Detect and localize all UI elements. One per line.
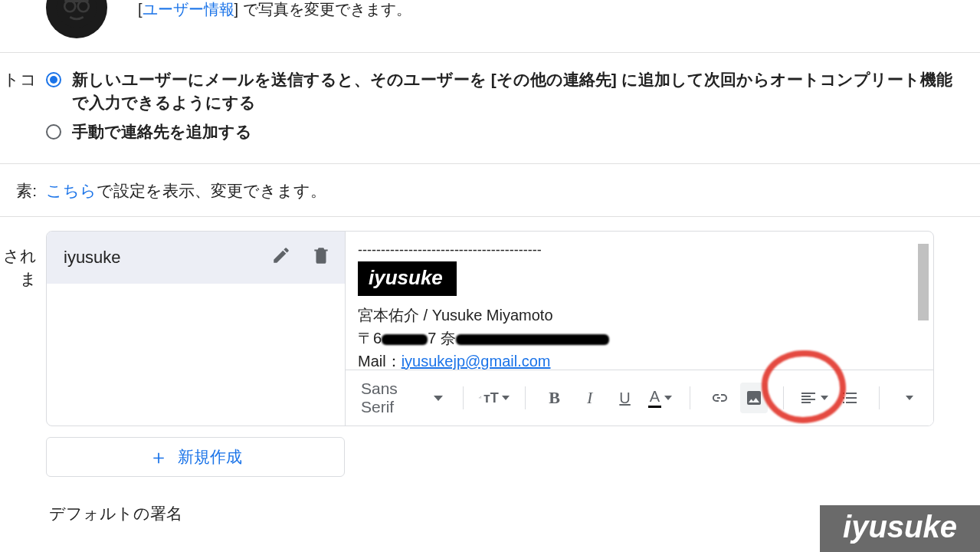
font-family-dropdown[interactable]: Sans Serif <box>356 380 447 416</box>
signature-mail-line: Mail：iyusukejp@gmail.com <box>358 350 921 370</box>
chevron-down-icon <box>906 396 913 400</box>
chevron-down-icon <box>664 396 672 400</box>
chevron-down-icon <box>821 396 828 400</box>
font-size-button[interactable]: тT тT <box>479 383 510 413</box>
more-formatting-button[interactable] <box>895 383 923 413</box>
avatar <box>46 0 107 38</box>
edit-icon[interactable] <box>271 245 291 270</box>
signature-address: 〒67 奈 <box>358 327 921 350</box>
signature-item[interactable]: iyusuke <box>47 232 345 284</box>
settings-text-rest: で設定を表示、変更できます。 <box>97 182 326 199</box>
signature-toolbar: Sans Serif тT тT B I U <box>346 370 933 426</box>
signature-logo: iyusuke <box>358 261 457 296</box>
section-label-contacts: トコ <box>0 68 46 91</box>
signature-email-link[interactable]: iyusukejp@gmail.com <box>402 353 551 370</box>
chevron-down-icon <box>434 396 443 401</box>
signature-list: iyusuke <box>47 232 346 426</box>
delete-icon[interactable] <box>311 245 331 270</box>
insert-image-button[interactable] <box>740 383 768 413</box>
signature-divider-text: ---------------------------------------- <box>358 242 921 258</box>
settings-link[interactable]: こちら <box>46 182 97 199</box>
new-signature-button[interactable]: ＋ 新規作成 <box>46 437 345 477</box>
svg-point-0 <box>57 0 97 28</box>
svg-text:тT: тT <box>479 396 481 399</box>
avatar-change-text: [ユーザー情報] で写真を変更できます。 <box>138 0 411 20</box>
radio-auto-add-contacts[interactable]: 新しいユーザーにメールを送信すると、そのユーザーを [その他の連絡先] に追加し… <box>46 68 965 114</box>
radio-icon <box>46 72 61 87</box>
italic-button[interactable]: I <box>576 383 604 413</box>
section-label-signature: されま <box>0 217 46 291</box>
radio-manual-add-contacts[interactable]: 手動で連絡先を追加する <box>46 120 965 143</box>
signature-editor[interactable]: ----------------------------------------… <box>346 232 933 370</box>
plus-icon: ＋ <box>149 444 169 471</box>
align-button[interactable] <box>799 383 828 413</box>
numbered-list-button[interactable] <box>836 383 864 413</box>
section-label-settings: 素: <box>0 179 46 202</box>
underline-button[interactable]: U <box>611 383 639 413</box>
watermark: iyusuke <box>820 505 980 552</box>
signature-realname: 宮本佑介 / Yusuke Miyamoto <box>358 304 921 327</box>
scrollbar[interactable] <box>918 244 929 320</box>
radio-icon <box>46 124 61 140</box>
link-button[interactable] <box>705 383 733 413</box>
chevron-down-icon <box>502 396 510 400</box>
user-info-link[interactable]: ユーザー情報 <box>143 1 234 18</box>
text-color-button[interactable]: A <box>647 383 674 413</box>
bold-button[interactable]: B <box>541 383 569 413</box>
avatar-face-icon <box>55 0 98 29</box>
signature-item-name: iyusuke <box>64 248 121 268</box>
